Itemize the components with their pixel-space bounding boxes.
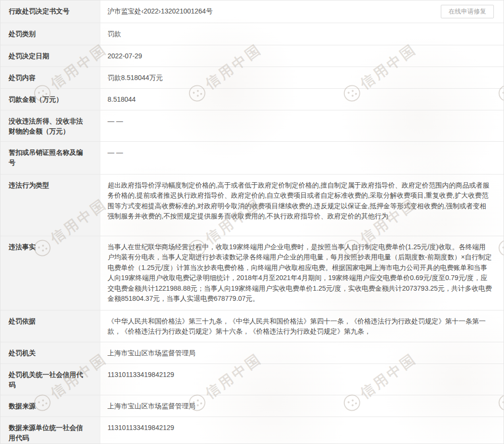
field-value-text: 超出政府指导价浮动幅度制定价格的,高于或者低于政府定价制定价格的,擅自制定属于政…: [108, 181, 490, 220]
field-label-text: 处罚类别: [9, 30, 36, 38]
field-label: 罚款金额（万元）: [0, 89, 100, 110]
field-label: 违法行为类型: [0, 175, 100, 236]
row-source-credit-code: 数据来源单位统一社会信用代码 113101133419842129: [0, 417, 504, 444]
field-value: 8.518044: [100, 89, 504, 110]
field-label-text: 暂扣或吊销证照名称及编号: [9, 148, 83, 166]
online-repair-button[interactable]: 在线申请修复: [441, 5, 494, 18]
row-penalty-authority: 处罚机关 上海市宝山区市场监督管理局: [0, 342, 504, 363]
field-label: 处罚决定日期: [0, 45, 100, 67]
field-label: 数据来源: [0, 395, 100, 417]
field-value-text: — —: [108, 148, 123, 156]
field-label-text: 罚款金额（万元）: [9, 95, 63, 103]
field-value-text: — —: [108, 117, 123, 125]
field-value-text: 8.518044: [108, 95, 136, 103]
field-label-text: 处罚决定日期: [9, 52, 49, 60]
field-label-text: 违法行为类型: [9, 181, 49, 189]
field-label: 没收违法所得、没收非法财物的金额（万元）: [0, 110, 100, 141]
field-label: 处罚内容: [0, 67, 100, 88]
field-label: 处罚类别: [0, 23, 100, 45]
field-label-text: 处罚机关: [9, 349, 36, 357]
field-value: 罚款: [100, 23, 504, 45]
field-label: 处罚机关: [0, 342, 100, 363]
row-authority-credit-code: 处罚机关统一社会信用代码 113101133419842129: [0, 363, 504, 395]
field-value: 上海市宝山区市场监督管理局: [100, 342, 504, 363]
field-value-text: 上海市宝山区市场监督管理局: [108, 402, 195, 410]
field-label-text: 处罚内容: [9, 74, 36, 81]
field-label: 暂扣或吊销证照名称及编号: [0, 142, 100, 174]
field-label: 违法事实: [0, 236, 100, 310]
field-label-text: 处罚机关统一社会信用代码: [9, 371, 83, 389]
field-label-text: 行政处罚决定书文号: [9, 7, 69, 15]
field-label-text: 处罚依据: [9, 317, 36, 325]
field-value: 2022-07-29: [100, 45, 504, 67]
field-value: 113101133419842129: [100, 417, 504, 444]
field-label-text: 数据来源单位统一社会信用代码: [9, 424, 83, 442]
field-value-text: 113101133419842129: [108, 424, 174, 431]
field-value: 《中华人民共和国价格法》第三十九条，《中华人民共和国价格法》第四十一条，《价格违…: [100, 310, 504, 342]
field-value: 罚款8.518044万元: [100, 67, 504, 88]
field-value-text: 罚款: [108, 30, 121, 38]
row-decision-date: 处罚决定日期 2022-07-29: [0, 45, 504, 67]
row-violation-type: 违法行为类型 超出政府指导价浮动幅度制定价格的,高于或者低于政府定价制定价格的,…: [0, 174, 504, 236]
field-value: — —: [100, 142, 504, 174]
field-value-text: 当事人在世纪联华商场经营过程中，收取19家终端用户企业电费时，是按照当事人自行制…: [108, 243, 492, 303]
row-penalty-basis: 处罚依据 《中华人民共和国价格法》第三十九条，《中华人民共和国价格法》第四十一条…: [0, 310, 504, 342]
row-data-source: 数据来源 上海市宝山区市场监督管理局: [0, 395, 504, 417]
field-value-text: 上海市宝山区市场监督管理局: [108, 349, 195, 357]
row-document-number: 行政处罚决定书文号 沪市监宝处‹2022›132021001264号 在线申请修…: [0, 0, 504, 23]
row-penalty-type: 处罚类别 罚款: [0, 23, 504, 45]
field-value-text: 113101133419842129: [108, 371, 174, 378]
row-license-revocation: 暂扣或吊销证照名称及编号 — —: [0, 141, 504, 174]
field-label: 处罚机关统一社会信用代码: [0, 364, 100, 395]
row-violation-facts: 违法事实 当事人在世纪联华商场经营过程中，收取19家终端用户企业电费时，是按照当…: [0, 236, 504, 310]
field-label-text: 违法事实: [9, 243, 36, 251]
field-label: 处罚依据: [0, 310, 100, 342]
field-value-text: 罚款8.518044万元: [108, 74, 163, 81]
penalty-record-table: 行政处罚决定书文号 沪市监宝处‹2022›132021001264号 在线申请修…: [0, 0, 504, 444]
field-label-text: 数据来源: [9, 402, 36, 410]
field-value: 当事人在世纪联华商场经营过程中，收取19家终端用户企业电费时，是按照当事人自行制…: [100, 236, 504, 310]
field-value-text: 2022-07-29: [108, 52, 142, 60]
row-penalty-content: 处罚内容 罚款8.518044万元: [0, 67, 504, 88]
field-value: — —: [100, 110, 504, 141]
row-fine-amount: 罚款金额（万元） 8.518044: [0, 88, 504, 110]
field-value: 超出政府指导价浮动幅度制定价格的,高于或者低于政府定价制定价格的,擅自制定属于政…: [100, 175, 504, 236]
field-value: 沪市监宝处‹2022›132021001264号 在线申请修复: [100, 0, 504, 23]
field-label-text: 没收违法所得、没收非法财物的金额（万元）: [9, 117, 83, 135]
row-confiscation-amount: 没收违法所得、没收非法财物的金额（万元） — —: [0, 110, 504, 141]
field-value-text: 沪市监宝处‹2022›132021001264号: [108, 7, 213, 15]
field-value: 上海市宝山区市场监督管理局: [100, 395, 504, 417]
field-value-text: 《中华人民共和国价格法》第三十九条，《中华人民共和国价格法》第四十一条，《价格违…: [108, 317, 486, 336]
field-label: 行政处罚决定书文号: [0, 0, 100, 23]
field-value: 113101133419842129: [100, 364, 504, 395]
field-label: 数据来源单位统一社会信用代码: [0, 417, 100, 444]
